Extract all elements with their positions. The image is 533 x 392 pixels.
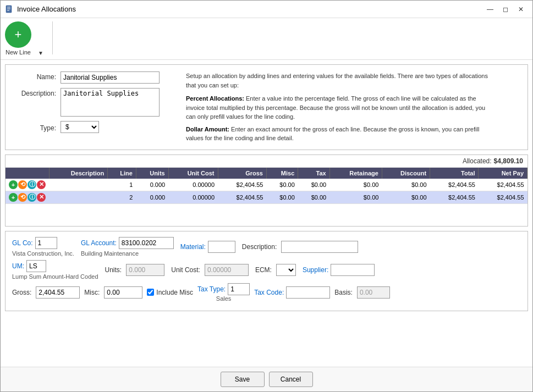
name-input[interactable] [61,71,160,84]
cancel-button[interactable]: Cancel [269,372,313,387]
table-cell: $2,404.55 [430,179,479,191]
main-window: Invoice Allocations — ◻ ✕ + New Line ▼ [0,0,533,392]
gl-co-input[interactable] [35,237,57,249]
invoice-icon [5,5,14,14]
ecm-select[interactable] [276,264,296,276]
ecm-group: ECM: [255,264,296,276]
minimize-button[interactable]: — [483,4,497,15]
ecm-label: ECM: [255,266,272,274]
toolbar-divider [52,21,53,54]
table-row[interactable]: + ⟲ ⓘ ✕ 10.0000.00000$2,404.55$0.00$0.00… [6,179,527,191]
detail-row-1: GL Co: Vista Construction, Inc. GL Accou… [12,237,521,257]
material-link[interactable]: Material: [180,243,206,251]
misc-input[interactable] [104,286,142,299]
delete-icon[interactable]: ✕ [37,193,46,202]
basis-input[interactable] [357,286,390,299]
supplier-input[interactable] [331,264,375,276]
table-cell: $2,404.55 [218,179,266,191]
gl-co-sub: Vista Construction, Inc. [12,249,74,257]
basis-group: Basis: [334,286,390,299]
table-cell: $0.00 [298,191,329,203]
help-percent: Percent Allocations: Enter a value into … [186,94,488,122]
gross-input[interactable] [36,286,80,299]
detail-row-3: Gross: Misc: Include Misc [12,283,521,302]
table-row[interactable]: + ⟲ ⓘ ✕ 20.0000.00000$2,404.55$0.00$0.00… [6,191,527,203]
new-line-button[interactable]: + [5,21,31,48]
table-header-row: Description Line Units Unit Cost Gross M… [6,168,527,179]
table-cell [49,179,108,191]
col-discount: Discount [382,168,430,179]
form-left: Name: Description: Janitorial Supplies T… [12,71,177,143]
basis-label: Basis: [334,289,353,296]
table-cell: $0.00 [329,179,382,191]
gl-account-link[interactable]: GL Account: [81,239,117,247]
um-input[interactable] [26,260,46,272]
new-line-section: + New Line [5,21,31,56]
allocations-table: Description Line Units Unit Cost Gross M… [6,168,527,204]
restore-button[interactable]: ◻ [498,4,513,15]
window-body: + New Line ▼ Name: [1,18,532,391]
gross-label: Gross: [12,289,31,296]
type-select[interactable]: $ % [61,121,99,133]
save-button[interactable]: Save [221,372,265,387]
help-dollar-title: Dollar Amount: [186,126,229,132]
table-cell: 0.000 [136,179,168,191]
type-label: Type: [12,123,56,132]
form-columns: Name: Description: Janitorial Supplies T… [12,71,521,143]
add-icon[interactable]: + [9,180,18,189]
tax-code-label-row: Tax Code: [254,286,330,299]
um-sub: Lump Sum Amount-Hard Coded [12,272,98,280]
title-bar: Invoice Allocations — ◻ ✕ [1,1,532,18]
units-input[interactable] [126,264,164,276]
col-misc: Misc [266,168,298,179]
table-cell: 2 [108,191,136,203]
gl-account-sub: Building Maintenance [81,249,174,257]
unit-cost-label-row: Unit Cost: [171,264,249,276]
name-label: Name: [12,71,56,81]
gl-co-link[interactable]: GL Co: [12,239,33,247]
gross-label-row: Gross: [12,286,80,299]
description-input[interactable]: Janitorial Supplies [61,88,160,117]
gl-account-input[interactable] [119,237,174,249]
um-link[interactable]: UM: [12,262,24,270]
copy-icon[interactable]: ⟲ [18,193,27,202]
col-actions [6,168,49,179]
misc-label-row: Misc: [84,286,142,299]
tax-type-label-row: Tax Type: [197,283,250,295]
allocated-row: Allocated: $4,809.10 [6,155,527,168]
close-button[interactable]: ✕ [514,4,528,15]
include-misc-checkbox[interactable] [147,289,154,296]
um-group: UM: Lump Sum Amount-Hard Coded [12,260,98,280]
info-icon[interactable]: ⓘ [28,180,36,189]
unit-cost-input[interactable] [205,264,249,276]
table-cell: $0.00 [266,179,298,191]
supplier-link[interactable]: Supplier: [303,266,328,274]
table-cell: $2,404.55 [479,191,527,203]
tax-type-input[interactable] [228,283,250,295]
copy-icon[interactable]: ⟲ [18,180,27,189]
material-input[interactable] [208,241,235,253]
unit-cost-label: Unit Cost: [171,266,200,274]
dropdown-arrow[interactable]: ▼ [36,49,46,57]
tax-code-link[interactable]: Tax Code: [254,289,284,296]
description-label-row: Description: [242,241,358,253]
add-icon[interactable]: + [9,193,18,202]
description-static-label: Description: [242,243,277,251]
help-dollar: Dollar Amount: Enter an exact amount for… [186,125,488,143]
table-cell: 1 [108,179,136,191]
tax-type-link[interactable]: Tax Type: [197,285,226,293]
delete-icon[interactable]: ✕ [37,180,46,189]
table-cell: 0.00000 [168,191,218,203]
row-actions: + ⟲ ⓘ ✕ [6,179,49,191]
tax-code-input[interactable] [286,286,330,299]
info-icon[interactable]: ⓘ [28,193,36,202]
unit-cost-group: Unit Cost: [171,264,249,276]
table-cell: $0.00 [266,191,298,203]
title-controls: — ◻ ✕ [483,4,528,15]
description-detail-input[interactable] [281,241,358,253]
col-description: Description [49,168,108,179]
col-total: Total [430,168,479,179]
gl-account-group: GL Account: Building Maintenance [81,237,174,257]
detail-section: GL Co: Vista Construction, Inc. GL Accou… [5,231,528,311]
content-area: Name: Description: Janitorial Supplies T… [1,60,532,367]
